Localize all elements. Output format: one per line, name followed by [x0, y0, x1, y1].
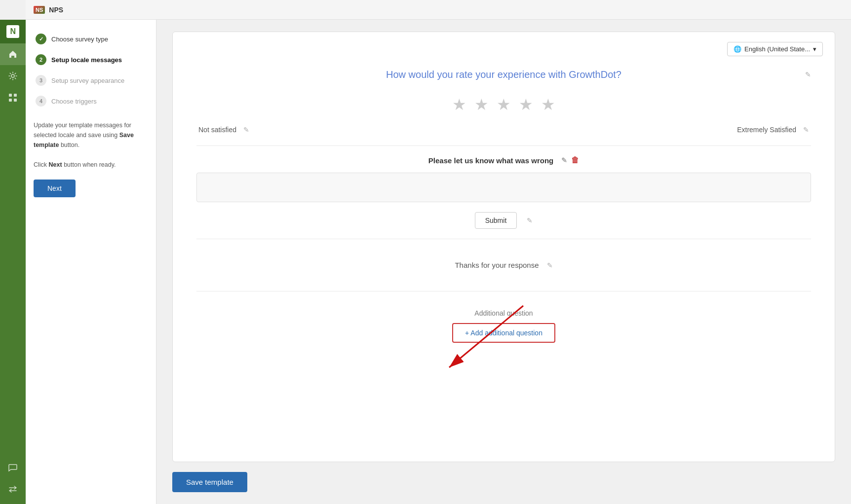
step-3: 3 Setup survey appearance	[34, 71, 148, 90]
submit-button[interactable]: Submit	[475, 212, 517, 229]
chevron-down-icon: ▾	[813, 45, 816, 53]
thanks-row: Thanks for your response ✎	[196, 249, 811, 281]
star-4[interactable]: ★	[519, 95, 533, 114]
additional-label: Additional question	[196, 309, 811, 317]
survey-question-text: How would you rate your experience with …	[196, 68, 811, 81]
follow-up-input[interactable]	[196, 173, 811, 202]
survey-question-area: How would you rate your experience with …	[196, 68, 811, 81]
step-2: 2 Setup locale messages	[34, 50, 148, 69]
nav-settings[interactable]	[0, 65, 26, 87]
divider-1	[196, 145, 811, 146]
divider-2	[196, 239, 811, 239]
svg-rect-1	[9, 94, 12, 97]
step-3-label: Setup survey appearance	[51, 77, 124, 84]
step-3-circle: 3	[36, 75, 46, 86]
next-button[interactable]: Next	[34, 180, 76, 197]
divider-3	[196, 291, 811, 291]
star-1[interactable]: ★	[452, 95, 466, 114]
globe-icon: 🌐	[734, 45, 741, 53]
step-1-circle: ✓	[36, 34, 46, 44]
question-edit-icon[interactable]: ✎	[805, 71, 811, 78]
nav-logo: N	[0, 20, 26, 43]
step-1-label: Choose survey type	[51, 36, 108, 43]
label-left-edit-icon[interactable]: ✎	[243, 126, 249, 134]
follow-up-text: Please let us know what was wrong	[428, 156, 553, 165]
nav-chat[interactable]	[0, 457, 26, 478]
label-left: Not satisfied ✎	[198, 126, 249, 134]
main-content: 🌐 English (United State... ▾ How would y…	[156, 20, 851, 504]
nav-arrows[interactable]	[0, 478, 26, 500]
sidebar: ✓ Choose survey type 2 Setup locale mess…	[26, 20, 156, 504]
add-question-button[interactable]: + Add additional question	[452, 323, 555, 343]
sidebar-description: Update your template messages for select…	[34, 120, 148, 170]
svg-point-0	[11, 74, 14, 77]
labels-row: Not satisfied ✎ Extremely Satisfied ✎	[196, 126, 811, 134]
locale-selector[interactable]: 🌐 English (United State... ▾	[727, 42, 823, 56]
save-template-button[interactable]: Save template	[172, 472, 247, 492]
follow-up-question: Please let us know what was wrong ✎ 🗑	[196, 156, 811, 165]
thanks-edit-icon[interactable]: ✎	[547, 261, 553, 269]
step-2-circle: 2	[36, 54, 46, 65]
step-4-circle: 4	[36, 96, 46, 107]
nav-grid[interactable]	[0, 87, 26, 108]
additional-section: Additional question + Add additional que…	[196, 301, 811, 355]
thanks-text: Thanks for your response	[455, 261, 539, 269]
app-logo: NS	[34, 6, 45, 14]
svg-rect-4	[14, 99, 17, 102]
survey-card: 🌐 English (United State... ▾ How would y…	[172, 32, 835, 462]
nav-logo-n: N	[6, 25, 19, 38]
star-5[interactable]: ★	[541, 95, 555, 114]
star-2[interactable]: ★	[474, 95, 489, 114]
label-right: Extremely Satisfied ✎	[737, 126, 809, 134]
follow-up-edit-icon[interactable]: ✎	[561, 156, 567, 164]
step-2-label: Setup locale messages	[51, 56, 122, 64]
nav-home[interactable]	[0, 43, 26, 65]
step-1: ✓ Choose survey type	[34, 30, 148, 48]
stars-row: ★ ★ ★ ★ ★	[196, 95, 811, 114]
locale-label: English (United State...	[744, 45, 810, 53]
submit-edit-icon[interactable]: ✎	[527, 216, 533, 224]
svg-rect-2	[14, 94, 17, 97]
label-right-edit-icon[interactable]: ✎	[803, 126, 809, 134]
submit-row: Submit ✎	[196, 212, 811, 229]
step-4: 4 Choose triggers	[34, 92, 148, 110]
label-left-text: Not satisfied	[198, 126, 236, 134]
step-4-label: Choose triggers	[51, 98, 97, 105]
star-3[interactable]: ★	[497, 95, 511, 114]
nav-bar: N	[0, 20, 26, 504]
app-title: NPS	[49, 6, 63, 14]
label-right-text: Extremely Satisfied	[737, 126, 796, 134]
follow-up-delete-icon[interactable]: 🗑	[571, 156, 579, 165]
svg-rect-3	[9, 99, 12, 102]
